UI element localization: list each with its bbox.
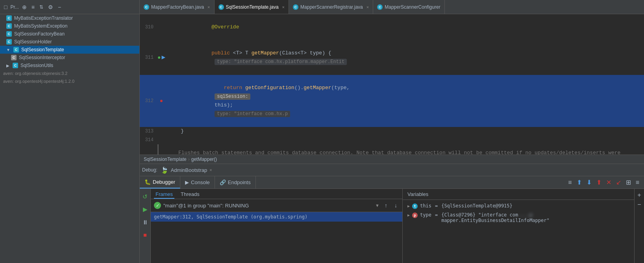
var-value-type: {Class@7296} "interface com....pmapper.E… (441, 212, 629, 223)
var-row-type: ▶ p type = {Class@7296} "interface com..… (403, 211, 634, 225)
tab-icon-2: C (218, 4, 224, 10)
breakpoint-indicator-311: ● (157, 53, 161, 62)
running-text: "main"@1 in group "main": RUNNING (163, 203, 249, 209)
step-over-button[interactable]: ⬆ (575, 178, 583, 187)
variables-header: Variables (403, 189, 634, 200)
class-icon-2: C (6, 23, 12, 29)
var-value-this: {SqlSessionTemplate@9915} (441, 203, 513, 209)
code-line-311: 311 ● ▶ public <T> T getMapper(Class<T> … (140, 40, 644, 75)
tab-close-2[interactable]: × (282, 5, 285, 9)
evaluate-button[interactable]: ⊞ (624, 178, 633, 187)
debug-content: ↺ ▶ ⏸ ■ Frames Threads ✓ (140, 189, 644, 263)
frames-tab[interactable]: Frames (154, 190, 174, 199)
debug-close-button[interactable]: × (209, 168, 212, 172)
var-row-this: ▶ t this = {SqlSessionTemplate@9915} (403, 201, 634, 211)
debug-tab-console[interactable]: ▶ Console (180, 176, 215, 188)
panel-side-btns: + − (634, 189, 644, 263)
code-line-313: 313 } (140, 127, 644, 136)
sidebar-items: C MyBatisExceptionTranslator C MyBatisSy… (0, 14, 139, 263)
var-name-this: this (420, 203, 431, 209)
sidebar-item-mybatis-system-exception[interactable]: C MyBatisSystemException (0, 22, 139, 30)
endpoints-tab-icon: 🔗 (220, 179, 226, 185)
project-label: Pr... (10, 4, 19, 10)
expand-type[interactable]: ▶ (407, 213, 410, 217)
tab-sql-session-template[interactable]: C SqlSessionTemplate.java × (215, 0, 289, 14)
code-content[interactable]: 310 @Override 311 ● ▶ (140, 14, 644, 164)
line-num-310: 310 (140, 23, 157, 32)
tab-label-4: MapperScannerConfigurer (385, 4, 440, 10)
annotation-override: @Override (211, 24, 239, 30)
code-line-314: 314 (140, 136, 644, 144)
line-gutter-311: ● ▶ (157, 53, 165, 62)
frame-method-text: getMapper:312, SqlSessionTemplate (org.m… (154, 214, 307, 220)
tab-label-2: SqlSessionTemplate.java (226, 4, 279, 10)
sidebar-item-sql-session-interceptor[interactable]: C SqlSessionInterceptor (0, 54, 139, 62)
step-into-button[interactable]: ⬇ (585, 178, 593, 187)
collapse-button[interactable]: − (56, 3, 63, 11)
tab-icon-4: C (377, 4, 383, 10)
restart-debug-button[interactable]: ↺ (141, 192, 150, 201)
tab-close-1[interactable]: × (207, 5, 210, 9)
sidebar-item-sql-session-holder[interactable]: C SqlSessionHolder (0, 38, 139, 46)
frames-panel: Frames Threads ✓ "main"@1 in group "main… (151, 189, 403, 263)
frame-down-button[interactable]: ↓ (392, 201, 399, 209)
sidebar-item-sql-session-utils[interactable]: ▶ C SqlSessionUtils (0, 62, 139, 69)
tab-label-1: MapperFactoryBean.java (151, 4, 204, 10)
sidebar-label-5: SqlSessionTemplate (21, 47, 64, 52)
breadcrumb-sep: › (188, 157, 190, 162)
thread-dropdown[interactable]: ▼ (375, 203, 379, 208)
debug-toolbar: Debug: 🍃 AdminBootstrap × (140, 164, 644, 176)
tab-mapper-scanner-configurer[interactable]: C MapperScannerConfigurer (373, 0, 444, 14)
kw-public-311: public (211, 50, 233, 56)
class-icon-4: C (6, 39, 12, 45)
arrow-indicator-311: ▶ (161, 53, 165, 62)
tab-icon-1: C (144, 4, 149, 10)
resume-debug-button[interactable]: ▶ (141, 205, 150, 214)
sidebar-item-mybatis-exception-translator[interactable]: C MyBatisExceptionTranslator (0, 14, 139, 22)
var-name-type: type (420, 212, 431, 218)
expand-arrow-7[interactable]: ▶ (6, 63, 9, 68)
project-icon[interactable]: □ (2, 3, 9, 11)
settings-button[interactable]: ⚙ (46, 3, 55, 11)
run-to-cursor-button[interactable]: ✕ (605, 178, 613, 187)
sort-button[interactable]: ⇅ (38, 4, 45, 11)
stop-button[interactable]: ■ (141, 230, 150, 239)
generic-t-311: < (233, 50, 236, 56)
expand-this[interactable]: ▶ (407, 204, 410, 208)
debug-tab-debugger[interactable]: 🐛 Debugger (140, 176, 180, 188)
resume-button[interactable]: ≡ (566, 178, 573, 187)
method-getMapper-311: getMapper (252, 50, 279, 56)
class-icon-7: C (13, 63, 18, 68)
panel-minus-button[interactable]: − (635, 201, 643, 209)
variables-label: Variables (407, 191, 428, 197)
tab-close-3[interactable]: × (366, 5, 369, 9)
tab-label-3: MapperScannerRegistrar.java (300, 4, 363, 10)
tab-mapper-factory-bean[interactable]: C MapperFactoryBean.java × (140, 0, 215, 14)
line-num-311: 311 (140, 53, 157, 62)
step-out-button[interactable]: ⬆ (595, 178, 603, 187)
frame-method-active: getMapper:312, SqlSessionTemplate (org.m… (154, 214, 307, 220)
tab-mapper-scanner-registrar[interactable]: C MapperScannerRegistrar.java × (289, 0, 373, 14)
sidebar-label-3: SqlSessionFactoryBean (14, 31, 65, 37)
structure-button[interactable]: ≡ (30, 3, 36, 11)
debug-session-name: AdminBootstrap (171, 167, 207, 173)
sidebar-item-sql-session-factory-bean[interactable]: C SqlSessionFactoryBean (0, 30, 139, 38)
line-content-313: } (165, 127, 644, 136)
debug-tabs: 🐛 Debugger ▶ Console 🔗 Endpoints ≡ ⬆ ⬇ ⬆… (140, 176, 644, 189)
add-button[interactable]: ⊕ (20, 3, 28, 11)
line-num-313: 313 (140, 127, 157, 136)
editor-area: 310 @Override 311 ● ▶ (140, 14, 644, 263)
debug-tab-endpoints[interactable]: 🔗 Endpoints (215, 176, 256, 188)
panel-add-button[interactable]: + (635, 191, 643, 199)
threads-tab[interactable]: Threads (179, 190, 201, 199)
expand-arrow-5[interactable]: ▼ (6, 48, 10, 52)
frame-entry-active[interactable]: getMapper:312, SqlSessionTemplate (org.m… (151, 212, 402, 222)
breakpoint-dot-312: ● (160, 97, 163, 105)
force-step-into-button[interactable]: ↙ (614, 178, 623, 187)
debug-session-icon: 🍃 (161, 166, 168, 174)
frame-up-button[interactable]: ↑ (383, 201, 389, 209)
pause-button[interactable]: ⏸ (141, 217, 150, 227)
breadcrumb-class: SqlSessionTemplate (144, 157, 187, 162)
watch-button[interactable]: ≡ (634, 178, 641, 187)
sidebar-item-sql-session-template[interactable]: ▼ C SqlSessionTemplate (0, 46, 139, 54)
